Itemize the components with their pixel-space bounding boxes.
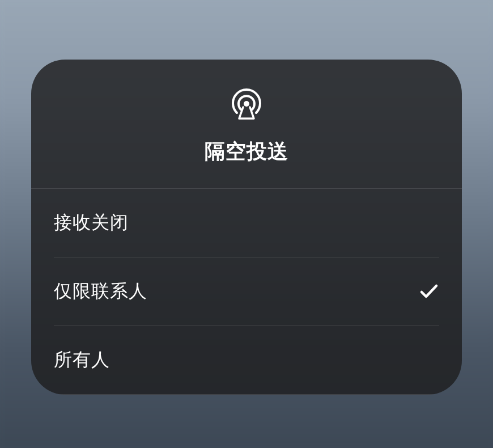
panel-header: 隔空投送 bbox=[31, 60, 462, 189]
option-receiving-off[interactable]: 接收关闭 bbox=[54, 189, 439, 257]
svg-point-0 bbox=[244, 101, 249, 107]
option-label: 仅限联系人 bbox=[54, 279, 147, 304]
airdrop-panel: 隔空投送 接收关闭 仅限联系人 所有人 bbox=[31, 60, 462, 395]
option-label: 所有人 bbox=[54, 348, 110, 373]
option-label: 接收关闭 bbox=[54, 210, 129, 235]
option-everyone[interactable]: 所有人 bbox=[54, 326, 439, 395]
options-list: 接收关闭 仅限联系人 所有人 bbox=[31, 189, 462, 395]
option-contacts-only[interactable]: 仅限联系人 bbox=[54, 257, 439, 326]
checkmark-icon bbox=[419, 281, 439, 302]
airdrop-icon bbox=[228, 84, 265, 121]
panel-title: 隔空投送 bbox=[205, 138, 288, 166]
